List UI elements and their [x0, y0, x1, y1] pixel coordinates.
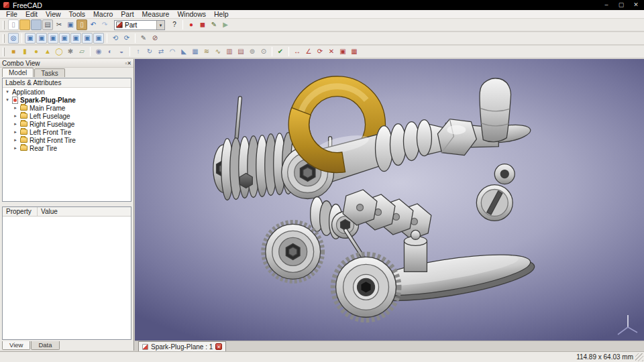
revolve-icon[interactable]: ↻ [144, 46, 155, 57]
resize-grip[interactable] [635, 353, 643, 361]
measure-angular-icon[interactable]: ∠ [303, 46, 314, 57]
rotate-right-icon[interactable]: ⟳ [121, 33, 132, 44]
rotate-left-icon[interactable]: ⟲ [110, 33, 121, 44]
cone-primitive-icon[interactable]: ▲ [42, 46, 53, 57]
undo-icon[interactable]: ↶ [88, 19, 99, 30]
print-icon[interactable]: ▤ [42, 19, 53, 30]
bottom-view-icon[interactable]: ▣ [82, 33, 93, 44]
tab-model[interactable]: Model [2, 68, 34, 77]
mirror-icon[interactable]: ⇄ [156, 46, 166, 57]
combo-view-titlebar[interactable]: Combo View ▫✕ [0, 59, 133, 68]
open-folder-icon[interactable] [19, 19, 30, 30]
macro-record-icon[interactable]: ● [186, 19, 197, 30]
left-view-icon[interactable]: ▣ [93, 33, 104, 44]
toolbar-drag-handle[interactable] [3, 34, 5, 43]
menu-part[interactable]: Part [117, 10, 138, 18]
expander-icon[interactable]: ▸ [13, 129, 18, 135]
fillet-icon[interactable]: ◠ [167, 46, 178, 57]
tree-item-left-front-tire[interactable]: ▸Left Front Tire [3, 128, 131, 136]
new-document-icon[interactable]: ▯ [8, 19, 19, 30]
create-primitives-icon[interactable]: ✱ [65, 46, 76, 57]
tree-item-right-fuselage[interactable]: ▸Right Fuselage [3, 120, 131, 128]
menu-windows[interactable]: Windows [173, 10, 210, 18]
tree-item-right-front-tire[interactable]: ▸Right Front Tire [3, 136, 131, 144]
close-button[interactable]: ✕ [631, 1, 641, 9]
macro-edit-icon[interactable]: ✎ [209, 19, 219, 30]
isometric-view-icon[interactable]: ▣ [25, 33, 36, 44]
tree-item-main-frame[interactable]: ▸Main Frame [3, 104, 131, 112]
boolean-union-icon[interactable]: ◉ [93, 46, 104, 57]
offset-icon[interactable]: ⊚ [247, 46, 258, 57]
expander-icon[interactable]: ▸ [13, 137, 18, 143]
macro-stop-icon[interactable]: ◼ [197, 19, 208, 30]
rear-view-icon[interactable]: ▣ [70, 33, 81, 44]
expander-icon[interactable]: ▸ [13, 121, 18, 127]
side-tab-view[interactable]: View [2, 341, 30, 350]
boolean-cut-icon[interactable]: ◐ [105, 46, 115, 57]
sweep-icon[interactable]: ∿ [213, 46, 223, 57]
chevron-down-icon[interactable]: ▾ [156, 21, 164, 29]
save-icon[interactable] [31, 19, 42, 30]
menu-measure[interactable]: Measure [138, 10, 174, 18]
cross-sections-icon[interactable]: ▤ [235, 46, 246, 57]
toolbar-drag-handle[interactable] [3, 48, 5, 56]
tree-item-rear-tire[interactable]: ▸Rear Tire [3, 144, 131, 152]
cylinder-primitive-icon[interactable]: ▮ [19, 46, 30, 57]
menu-file[interactable]: File [2, 10, 21, 18]
box-primitive-icon[interactable]: ■ [8, 46, 19, 57]
toolbar-drag-handle[interactable] [3, 21, 5, 29]
extrude-icon[interactable]: ↑ [133, 46, 144, 57]
measure-refresh-icon[interactable]: ⟳ [315, 46, 325, 57]
shape-builder-icon[interactable]: ▱ [76, 46, 87, 57]
edit-mode-icon[interactable]: ✎ [138, 33, 149, 44]
expander-icon[interactable]: ▸ [13, 105, 18, 111]
expander-icon[interactable]: ▾ [5, 89, 10, 95]
minimize-button[interactable]: – [602, 1, 611, 9]
close-document-icon[interactable]: ✕ [215, 343, 222, 350]
fit-all-icon[interactable]: ◎ [8, 33, 19, 44]
whats-this-icon[interactable]: ? [169, 19, 180, 30]
torus-primitive-icon[interactable]: ◯ [54, 46, 64, 57]
measure-clear-icon[interactable]: ✕ [326, 46, 337, 57]
macro-play-icon[interactable]: ▶ [220, 19, 231, 30]
spark-plug-plane-model[interactable] [135, 59, 644, 341]
section-icon[interactable]: ▥ [224, 46, 235, 57]
toggle-measure-3d-icon[interactable]: ▦ [349, 46, 360, 57]
tree-item-application[interactable]: ▾ Application [3, 88, 131, 96]
menu-view[interactable]: View [42, 10, 65, 18]
panel-close-button[interactable]: ✕ [127, 60, 131, 66]
thickness-icon[interactable]: ⊙ [258, 46, 269, 57]
cut-icon[interactable]: ✂ [54, 19, 64, 30]
toggle-measure-all-icon[interactable]: ▣ [337, 46, 348, 57]
value-column-header[interactable]: Value [38, 207, 131, 216]
redo-icon[interactable]: ↷ [99, 19, 110, 30]
maximize-button[interactable]: ▢ [616, 1, 626, 9]
expander-icon[interactable]: ▸ [13, 145, 18, 151]
expander-icon[interactable]: ▸ [13, 113, 18, 119]
tree-item-spark-plug-plane[interactable]: ▾ Spark-Plug-Plane [3, 96, 131, 104]
menu-help[interactable]: Help [210, 10, 233, 18]
3d-viewport[interactable] [135, 59, 644, 341]
property-column-header[interactable]: Property [3, 207, 38, 216]
workbench-selector[interactable]: Part ▾ [114, 20, 165, 30]
expander-icon[interactable]: ▾ [5, 97, 10, 103]
tab-tasks[interactable]: Tasks [34, 68, 65, 77]
ruled-surface-icon[interactable]: ▦ [190, 46, 201, 57]
paste-icon[interactable]: ▯ [76, 19, 87, 30]
tree-item-left-fuselage[interactable]: ▸Left Fuselage [3, 112, 131, 120]
menu-edit[interactable]: Edit [21, 10, 42, 18]
sphere-primitive-icon[interactable]: ● [31, 46, 42, 57]
draw-style-icon[interactable]: ⊘ [150, 33, 160, 44]
boolean-intersection-icon[interactable]: ◒ [116, 46, 127, 57]
chamfer-icon[interactable]: ◣ [178, 46, 189, 57]
side-tab-data[interactable]: Data [31, 341, 59, 350]
document-tab[interactable]: Spark-Plug-Plane : 1 ✕ [138, 341, 226, 351]
menu-macro[interactable]: Macro [89, 10, 117, 18]
check-geometry-icon[interactable]: ✔ [275, 46, 286, 57]
copy-icon[interactable]: ▣ [65, 19, 76, 30]
top-view-icon[interactable]: ▣ [48, 33, 58, 44]
menu-tools[interactable]: Tools [65, 10, 90, 18]
front-view-icon[interactable]: ▣ [36, 33, 47, 44]
measure-linear-icon[interactable]: ↔ [292, 46, 303, 57]
right-view-icon[interactable]: ▣ [59, 33, 70, 44]
